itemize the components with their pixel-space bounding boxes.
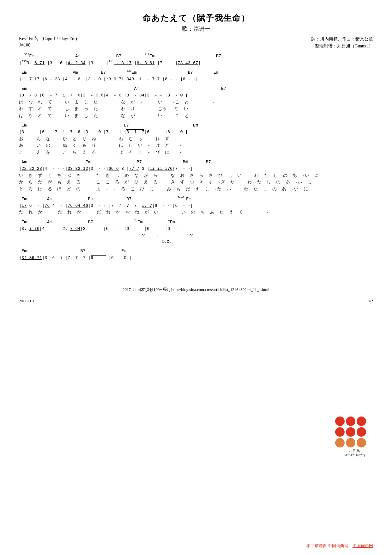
score-line-7-dc: D.C. — [19, 239, 373, 245]
source-tag: 本曲谱源自 中国词曲网 中国词曲网 — [306, 543, 373, 549]
circle-9 — [357, 438, 366, 447]
page-number: 1/2 — [368, 299, 373, 304]
circle-4 — [335, 427, 345, 437]
watermark-code: BJ201711(022) — [335, 453, 373, 457]
score-group-4: Em B7 Em |3 - - |6 - 7 |1 7 6 |3 - 0 |7 … — [19, 122, 373, 156]
score-line-7-lyrics1: て - て — [19, 232, 373, 239]
page: 命あたえて（賦予我生命） 歌：森进一 Key: Fm3⁄4 (Capo:1 / … — [0, 0, 392, 555]
score-line-6-lyrics1: だ れ か だ れ か だ れ か お ね が い い の ち あ た え て … — [19, 209, 373, 216]
circle-5 — [346, 427, 355, 437]
score-group-6: Em Am Em B7 To⊕1.Em |i7 6 - |76 4 - |76 … — [19, 195, 373, 216]
score-line-2: Em Am B7 333Em B7 Em |1. 7 17 |6 - 23 |4… — [19, 69, 373, 83]
watermark-logo-text: 九 日 旭 — [335, 449, 373, 453]
score-group-2: Em Am B7 333Em B7 Em |1. 7 17 |6 - 23 |4… — [19, 69, 373, 83]
score-line-3-music: Em Am B7 |3 - 3 |6 - 7 |1 7. 6|3 - 0.6|4… — [19, 85, 373, 99]
score-group-7: Em Am B7 2.Em ⊕Em |3. i 76|4 - - |2. 7 6… — [19, 219, 373, 245]
source-text: 本曲谱源自 中国词曲网 — [306, 543, 348, 548]
tempo-info: ♩=100 — [19, 42, 77, 48]
site-link[interactable]: 中国词曲网 — [353, 543, 373, 548]
circle-8 — [346, 438, 355, 447]
score-group-8: Em B7 Em |34 36 71|3 6 i |7 7 7 |6 - - |… — [19, 248, 373, 261]
score-line-3-lyrics1: は な れ て い ま し た な が - い -こ と - — [19, 99, 373, 106]
score-group-3: Em Am B7 |3 - 3 |6 - 7 |1 7. 6|3 - 0.6|4… — [19, 85, 373, 120]
score-line-5-lyrics1: い き ず く ち ぶ さ だ き し め な が ら な お さ ら さ び … — [19, 172, 373, 179]
footer-url: 2017-11 日本演歌100+系列 http://blog.sina.com.… — [19, 287, 373, 293]
circle-2 — [346, 416, 355, 426]
score-line-5-lyrics3: と ろ け る ほ ど の よ - - ろ こ び に み も だ え し -た… — [19, 186, 373, 193]
arranger-info: 整理制谱：九日旭（Guanxu） — [311, 43, 373, 50]
watermark-area: 九 日 旭 BJ201711(022) — [335, 416, 373, 457]
watermark-text: 九 日 旭 BJ201711(022) — [335, 449, 373, 457]
score-line-5-music: Am Em B7 B# B7 |22 22 23|4 - - -|33 32 1… — [19, 159, 373, 172]
date-label: 2017-11-18 — [19, 299, 37, 304]
score-line-7-music: Em Am B7 2.Em ⊕Em |3. i 76|4 - - |2. 7 6… — [19, 219, 373, 232]
header-info: Key: Fm3⁄4 (Capo:1 / Play: Em) ♩=100 詞：川… — [19, 36, 373, 50]
title-section: 命あたえて（賦予我生命） 歌：森进一 — [19, 13, 373, 33]
score-line-3-lyrics2: わ す れ て し ま っ た わ け - じゃ -な い - — [19, 106, 373, 113]
score-line-3-lyrics3: は な れ て い ま し た な が - い -こ と - — [19, 113, 373, 120]
score-line-6-music: Em Am Em B7 To⊕1.Em |i7 6 - |76 4 - |76 … — [19, 195, 373, 209]
circle-7 — [335, 438, 345, 447]
circle-1 — [335, 416, 345, 426]
score-group-5: Am Em B7 B# B7 |22 22 23|4 - - -|33 32 1… — [19, 159, 373, 193]
key-info: Key: Fm3⁄4 (Capo:1 / Play: Em) — [19, 36, 77, 42]
header-left: Key: Fm3⁄4 (Capo:1 / Play: Em) ♩=100 — [19, 36, 77, 48]
circle-6 — [357, 427, 366, 437]
watermark-circles — [335, 416, 373, 447]
score-line-5-lyrics2: か ら だ が も え る こ こ ろ が ひ え る き ず つ き す -ぎ… — [19, 179, 373, 186]
score-line-4-music: Em B7 Em |3 - - |6 - 7 |1 7 6 |3 - 0 |7 … — [19, 122, 373, 136]
footer-date: 2017-11-18 1/2 — [19, 299, 373, 307]
score-line-1: 333Em Am B7 111Em B7 |3333. 6 71 |3 - 6 … — [19, 52, 373, 66]
score-group-1: 333Em Am B7 111Em B7 |3333. 6 71 |3 - 6 … — [19, 52, 373, 66]
composer-info: 詞：川内康範、作曲：猪又公章 — [311, 36, 373, 43]
score-line-8-music: Em B7 Em |34 36 71|3 6 i |7 7 7 |6 - - |… — [19, 248, 373, 261]
score-line-4-lyrics3: こ え を こ ら え る よ ろ こ - び に - — [19, 149, 373, 156]
score-line-4-lyrics2: あ い の ぬ く も り ほ し い - け ど - — [19, 142, 373, 149]
sub-title: 歌：森进一 — [19, 25, 373, 33]
score-line-4-lyrics1: お ん な ひ と り ね ね む ら - れ ず - — [19, 136, 373, 143]
score-container: 333Em Am B7 111Em B7 |3333. 6 71 |3 - 6 … — [19, 52, 373, 262]
circle-3 — [357, 416, 366, 426]
main-title: 命あたえて（賦予我生命） — [19, 13, 373, 24]
header-right: 詞：川内康範、作曲：猪又公章 整理制谱：九日旭（Guanxu） — [311, 36, 373, 50]
